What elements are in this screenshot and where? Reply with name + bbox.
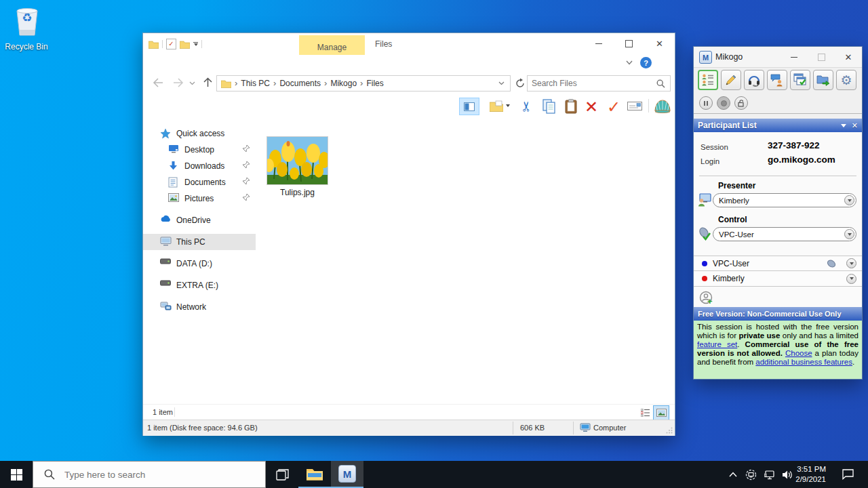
start-button[interactable] [0, 461, 33, 488]
details-view-button[interactable] [639, 407, 652, 418]
free-version-banner-text: Free Version: Non-Commercial Use Only [698, 310, 842, 318]
back-icon[interactable] [153, 78, 163, 87]
close-button[interactable]: ✕ [644, 33, 675, 54]
file-transfer-button[interactable] [813, 70, 833, 90]
qat-customize-chevron[interactable] [193, 42, 198, 46]
resize-grip[interactable] [666, 427, 673, 434]
control-combobox[interactable]: VPC-User [713, 227, 856, 241]
up-icon[interactable] [203, 77, 213, 87]
qat-properties-icon[interactable]: ✓ [166, 39, 176, 49]
record-button[interactable] [717, 96, 730, 110]
participant-list-header[interactable]: Participant List ✕ [694, 119, 862, 132]
address-bar[interactable]: › This PC › Documents › Mikogo › Files [216, 75, 511, 92]
application-selection-button[interactable] [790, 70, 810, 90]
business-features-link[interactable]: additional business features [755, 358, 852, 366]
file-tulips[interactable]: Tulips.jpg [267, 136, 328, 197]
sidebar-item-downloads[interactable]: Downloads [143, 158, 256, 174]
help-icon[interactable]: ? [640, 57, 652, 68]
participant-list-button[interactable] [698, 70, 718, 90]
search-input[interactable] [528, 79, 656, 88]
pin-icon [242, 161, 250, 169]
maximize-button[interactable] [614, 33, 644, 54]
sidebar-item-documents[interactable]: Documents [143, 174, 256, 190]
taskbar-explorer-button[interactable] [298, 461, 331, 488]
rename-icon[interactable] [626, 98, 644, 114]
shell-icon[interactable] [653, 98, 672, 115]
tray-overflow-chevron[interactable] [724, 461, 742, 488]
panel-collapse-chevron[interactable] [841, 124, 846, 127]
large-icons-view-button[interactable] [653, 405, 669, 420]
new-folder-button[interactable] [486, 98, 513, 114]
mikogo-maximize-button[interactable] [808, 47, 835, 67]
qat-newfolder-icon[interactable] [180, 40, 190, 49]
crumb-documents[interactable]: Documents [277, 76, 323, 91]
voice-headset-button[interactable] [744, 70, 764, 90]
sidebar-item-pictures[interactable]: Pictures [143, 190, 256, 207]
taskbar-mikogo-button[interactable]: M [331, 461, 363, 488]
plus-icon: + [707, 296, 713, 306]
ribbon-collapse-chevron[interactable] [626, 60, 633, 65]
crumb-mikogo[interactable]: Mikogo [328, 76, 359, 91]
sidebar-item-extra-drive[interactable]: EXTRA (E:) [143, 277, 256, 293]
presenter-combobox[interactable]: Kimberly [713, 193, 856, 207]
window-title: Files [375, 39, 392, 49]
settings-gears-icon[interactable]: ⚙ [836, 70, 856, 90]
login-url[interactable]: go.mikogo.com [768, 155, 835, 165]
refresh-icon[interactable] [515, 78, 526, 89]
presenter-dropdown-button[interactable] [844, 195, 854, 205]
network-tray-icon[interactable] [761, 461, 778, 488]
task-view-button[interactable] [266, 461, 298, 488]
taskbar-clock[interactable]: 3:51 PM 2/9/2021 [791, 464, 826, 485]
sidebar-item-data-drive[interactable]: DATA (D:) [143, 256, 256, 272]
crumb-files[interactable]: Files [363, 76, 386, 91]
whiteboard-pencil-button[interactable] [721, 70, 741, 90]
mikogo-minimize-button[interactable] [781, 47, 808, 67]
qat-folder-icon[interactable] [149, 40, 159, 49]
control-dropdown-button[interactable] [844, 229, 854, 239]
paste-icon[interactable] [562, 98, 580, 115]
sidebar-item-desktop[interactable]: Desktop [143, 142, 256, 158]
sidebar-item-this-pc[interactable]: This PC [143, 234, 256, 250]
sidebar-item-onedrive[interactable]: OneDrive [143, 212, 256, 228]
qat-separator2 [201, 40, 202, 48]
action-center-button[interactable] [834, 461, 861, 488]
delete-icon[interactable]: ✕ [581, 98, 601, 117]
mikogo-close-button[interactable]: ✕ [835, 47, 862, 67]
session-lock-button[interactable] [734, 96, 748, 110]
pin-icon [242, 177, 250, 185]
participant-dropdown-button[interactable] [846, 258, 856, 268]
pin-icon [242, 193, 250, 201]
sidebar-item-network[interactable]: Network [143, 299, 256, 315]
cut-icon[interactable]: ✂ [517, 98, 535, 115]
drive-icon [160, 258, 171, 269]
copy-icon[interactable] [540, 98, 558, 115]
recent-locations-chevron[interactable] [189, 81, 195, 85]
confirm-icon[interactable]: ✓ [604, 98, 623, 117]
sidebar-item-quick-access[interactable]: Quick access [143, 125, 256, 142]
contextual-tab-group[interactable]: Manage [299, 35, 365, 55]
taskbar-search-input[interactable] [63, 469, 265, 481]
new-folder-dropdown[interactable] [506, 104, 510, 107]
tray-mikogo-session-icon[interactable] [742, 461, 760, 488]
pause-button[interactable] [699, 96, 713, 110]
this-pc-icon [160, 237, 171, 247]
address-dropdown-chevron[interactable] [498, 81, 505, 85]
search-box[interactable] [527, 75, 671, 92]
presenter-icon [698, 193, 711, 207]
panel-close-icon[interactable]: ✕ [852, 121, 858, 130]
participant-row-kimberly[interactable]: Kimberly [694, 271, 862, 287]
preview-pane-button[interactable] [459, 98, 479, 115]
participant-row-vpc-user[interactable]: VPC-User [694, 256, 862, 271]
crumb-this-pc[interactable]: This PC [238, 76, 273, 91]
add-participant-button[interactable]: + [699, 291, 714, 306]
choose-plan-link[interactable]: Choose [785, 349, 812, 357]
feature-set-link[interactable]: feature set [697, 340, 737, 348]
forward-icon[interactable] [173, 78, 184, 87]
participant-dropdown-button[interactable] [846, 274, 856, 284]
status-bar: 1 item (Disk free space: 94.6 GB) 606 KB… [143, 420, 675, 436]
chat-button[interactable] [767, 70, 787, 90]
search-icon[interactable] [656, 79, 665, 88]
taskbar-search-box[interactable] [33, 461, 266, 488]
minimize-button[interactable] [583, 33, 614, 54]
mikogo-titlebar: M Mikogo ✕ [694, 47, 862, 68]
